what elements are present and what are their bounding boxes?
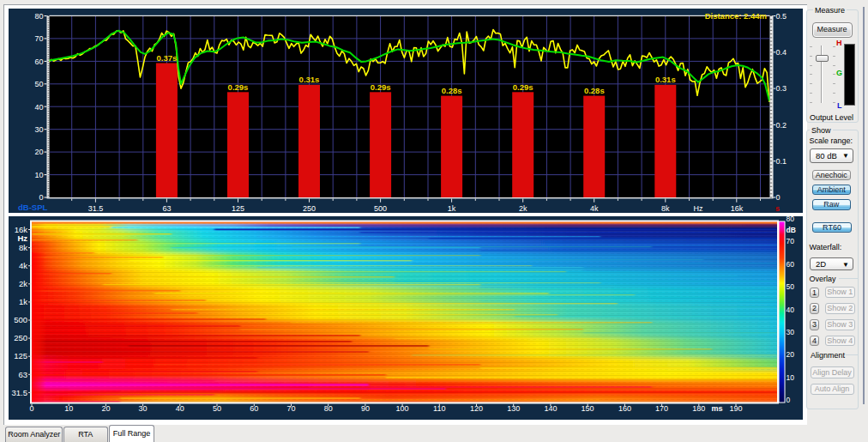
svg-text:80: 80 xyxy=(787,216,795,223)
svg-text:s: s xyxy=(775,203,780,212)
svg-text:0: 0 xyxy=(776,193,781,202)
svg-text:30: 30 xyxy=(787,328,795,336)
svg-text:2k: 2k xyxy=(519,203,527,212)
svg-text:4k: 4k xyxy=(590,203,599,212)
svg-text:ms: ms xyxy=(711,404,722,413)
svg-text:150: 150 xyxy=(582,404,594,413)
svg-text:60: 60 xyxy=(34,57,43,65)
svg-text:180: 180 xyxy=(692,404,705,413)
svg-text:0.29s: 0.29s xyxy=(513,82,533,91)
svg-text:80: 80 xyxy=(324,404,333,413)
svg-text:125: 125 xyxy=(232,203,244,212)
svg-text:80: 80 xyxy=(34,11,43,20)
svg-text:50: 50 xyxy=(213,404,221,413)
svg-text:31.5: 31.5 xyxy=(12,388,28,397)
svg-text:Hz: Hz xyxy=(17,233,27,243)
svg-text:20: 20 xyxy=(34,148,43,156)
svg-text:250: 250 xyxy=(14,333,27,342)
svg-text:10: 10 xyxy=(787,373,795,382)
svg-text:8k: 8k xyxy=(19,243,27,252)
svg-text:10: 10 xyxy=(34,170,43,179)
svg-text:70: 70 xyxy=(34,34,43,43)
svg-text:0.28s: 0.28s xyxy=(442,86,462,95)
svg-text:130: 130 xyxy=(507,404,520,413)
svg-text:30: 30 xyxy=(34,124,43,133)
svg-text:250: 250 xyxy=(303,203,316,212)
svg-text:2k: 2k xyxy=(19,279,27,288)
svg-text:0.1: 0.1 xyxy=(776,156,787,165)
svg-text:120: 120 xyxy=(470,404,483,413)
svg-text:160: 160 xyxy=(618,404,631,413)
svg-text:40: 40 xyxy=(34,102,43,111)
svg-text:190: 190 xyxy=(729,404,742,413)
svg-text:dB-SPL: dB-SPL xyxy=(18,202,48,211)
svg-text:0.5: 0.5 xyxy=(776,11,787,20)
svg-text:20: 20 xyxy=(787,350,795,359)
svg-text:8k: 8k xyxy=(661,203,670,212)
svg-text:0.4: 0.4 xyxy=(776,48,787,57)
svg-text:0.3: 0.3 xyxy=(776,84,787,93)
svg-text:31.5: 31.5 xyxy=(88,203,104,212)
svg-text:170: 170 xyxy=(655,404,668,413)
svg-text:0.2: 0.2 xyxy=(776,120,787,129)
svg-text:0: 0 xyxy=(29,404,33,413)
svg-text:0.31s: 0.31s xyxy=(299,75,320,84)
svg-text:63: 63 xyxy=(162,203,171,212)
svg-text:0: 0 xyxy=(39,193,43,202)
svg-text:50: 50 xyxy=(787,282,795,291)
svg-text:0: 0 xyxy=(787,396,791,404)
svg-text:0.29s: 0.29s xyxy=(228,82,249,91)
svg-text:70: 70 xyxy=(787,237,795,245)
svg-text:dB: dB xyxy=(787,226,796,234)
svg-text:500: 500 xyxy=(374,203,387,212)
svg-text:0.29s: 0.29s xyxy=(371,82,391,91)
svg-text:10: 10 xyxy=(64,404,73,413)
svg-text:4k: 4k xyxy=(19,261,27,270)
svg-text:0.37s: 0.37s xyxy=(157,53,178,63)
svg-text:20: 20 xyxy=(101,404,110,413)
svg-text:60: 60 xyxy=(250,404,258,413)
svg-text:500: 500 xyxy=(14,315,27,324)
svg-text:125: 125 xyxy=(14,351,27,360)
svg-text:30: 30 xyxy=(139,404,148,413)
svg-text:Distance: 2.44m: Distance: 2.44m xyxy=(705,10,767,20)
svg-text:40: 40 xyxy=(176,404,184,413)
svg-text:40: 40 xyxy=(787,306,795,314)
svg-text:60: 60 xyxy=(787,260,795,269)
svg-text:Hz: Hz xyxy=(694,203,703,212)
svg-text:100: 100 xyxy=(396,404,409,413)
svg-text:1k: 1k xyxy=(19,297,27,306)
svg-text:0.31s: 0.31s xyxy=(655,75,676,84)
svg-text:90: 90 xyxy=(361,404,370,413)
svg-text:0.28s: 0.28s xyxy=(584,86,605,95)
svg-text:50: 50 xyxy=(34,80,43,88)
svg-text:140: 140 xyxy=(544,404,557,413)
svg-text:70: 70 xyxy=(286,404,295,413)
svg-text:16k: 16k xyxy=(731,203,744,212)
svg-text:63: 63 xyxy=(18,370,27,379)
svg-text:110: 110 xyxy=(433,404,445,413)
svg-text:1k: 1k xyxy=(448,203,456,212)
